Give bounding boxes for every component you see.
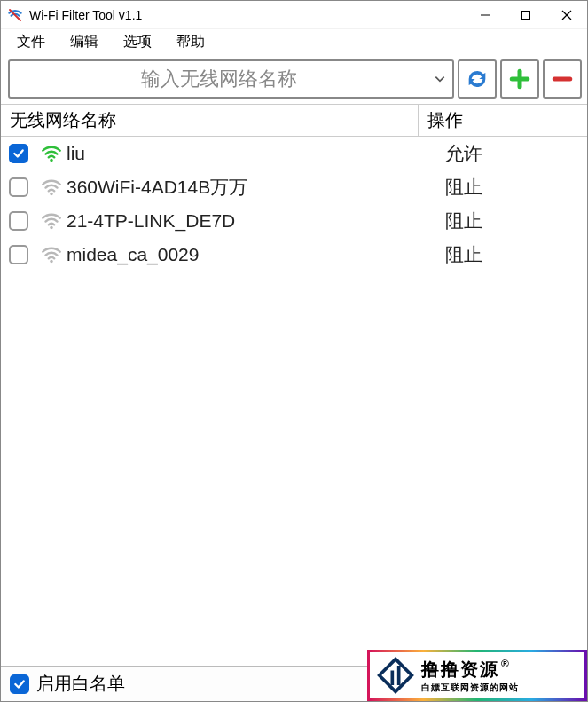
application-window: Wi-Fi Filter Tool v1.1 文件 编辑 选项 帮助 无线网络名… [0,0,588,702]
watermark-text: 撸撸资源® 白嫖互联网资源的网站 [421,658,519,694]
network-list: liu 允许 360WiFi-4AD14B万万 阻止 21-4TP-LINK_D… [1,137,587,666]
row-checkbox[interactable] [9,144,28,163]
watermark-registered-icon: ® [501,658,511,670]
menu-file[interactable]: 文件 [10,31,52,53]
svg-point-7 [50,159,52,162]
menu-help[interactable]: 帮助 [169,31,212,53]
wifi-signal-icon [36,142,67,165]
menu-edit[interactable]: 编辑 [63,31,106,53]
maximize-button[interactable] [506,1,546,29]
refresh-button[interactable] [458,59,497,99]
watermark-logo-icon [375,655,416,696]
table-row[interactable]: 21-4TP-LINK_DE7D 阻止 [1,204,587,238]
table-row[interactable]: 360WiFi-4AD14B万万 阻止 [1,170,587,204]
chevron-down-icon[interactable] [427,73,452,85]
action-cell: 允许 [419,141,587,166]
network-name-cell: 21-4TP-LINK_DE7D [67,210,419,232]
svg-rect-6 [553,77,573,82]
whitelist-checkbox[interactable] [10,674,29,694]
window-title: Wi-Fi Filter Tool v1.1 [29,8,465,22]
svg-rect-12 [397,666,401,685]
app-icon [6,6,24,24]
network-name-cell: 360WiFi-4AD14B万万 [67,175,419,200]
svg-rect-11 [391,671,395,686]
row-checkbox[interactable] [9,211,28,231]
menu-options[interactable]: 选项 [116,31,159,53]
table-header: 无线网络名称 操作 [1,105,587,137]
column-header-name[interactable]: 无线网络名称 [1,105,419,136]
wifi-signal-icon [36,209,67,233]
table-row[interactable]: liu 允许 [1,137,587,170]
network-name-combobox[interactable] [8,59,454,99]
network-name-cell: liu [67,143,419,164]
network-name-cell: midea_ca_0029 [67,244,419,265]
row-checkbox[interactable] [9,177,28,197]
watermark-main: 撸撸资源 [421,658,499,682]
svg-point-9 [50,226,52,229]
remove-button[interactable] [543,59,582,99]
close-button[interactable] [546,1,587,29]
action-cell: 阻止 [419,175,587,200]
action-cell: 阻止 [419,209,587,233]
add-button[interactable] [500,59,539,99]
svg-rect-1 [522,12,530,20]
network-name-input[interactable] [10,67,427,91]
window-controls [465,1,587,28]
svg-rect-5 [510,77,530,82]
wifi-signal-icon [36,243,67,266]
menu-bar: 文件 编辑 选项 帮助 [1,29,587,54]
toolbar [1,54,587,105]
table-row[interactable]: midea_ca_0029 阻止 [1,238,587,272]
column-header-action[interactable]: 操作 [419,105,587,136]
row-checkbox[interactable] [9,245,28,264]
title-bar[interactable]: Wi-Fi Filter Tool v1.1 [1,1,587,29]
watermark-sub: 白嫖互联网资源的网站 [421,682,519,694]
svg-point-8 [50,193,52,195]
wifi-signal-icon [36,176,67,199]
whitelist-label: 启用白名单 [36,672,125,696]
minimize-button[interactable] [465,1,506,29]
footer-bar: 启用白名单 撸撸资源® 白嫖互联网资源的网站 [1,666,587,701]
action-cell: 阻止 [419,242,587,267]
watermark: 撸撸资源® 白嫖互联网资源的网站 [367,650,587,701]
svg-point-10 [50,260,52,263]
